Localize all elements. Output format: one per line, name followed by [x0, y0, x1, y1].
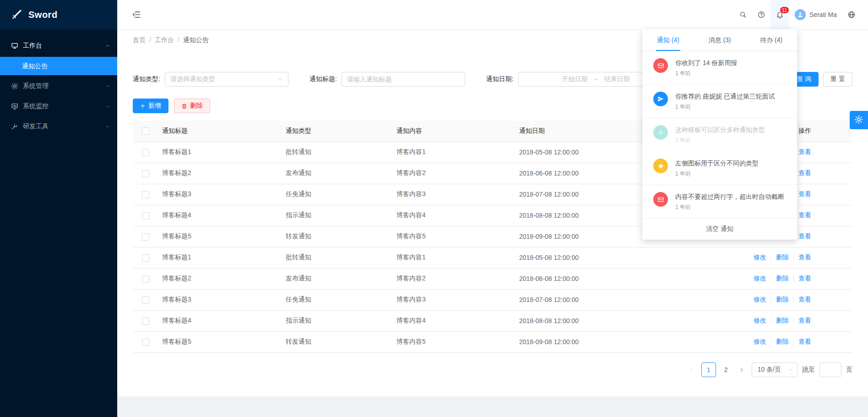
prev-page-icon[interactable]	[686, 362, 697, 377]
delete-link[interactable]: 删除	[776, 317, 789, 324]
cell-type: 任免通知	[282, 184, 393, 205]
notification-item[interactable]: 左侧图标用于区分不同的类型 1 年前	[642, 152, 797, 185]
sidebar-item-system-management[interactable]: 系统管理	[0, 77, 117, 95]
notification-item[interactable]: 你收到了 14 份新周报 1 年前	[642, 51, 797, 85]
sidebar-item-dev-tools[interactable]: 研发工具	[0, 117, 117, 136]
row-checkbox[interactable]	[142, 233, 149, 241]
breadcrumb-home[interactable]: 首页	[133, 36, 146, 44]
desktop-icon	[11, 42, 18, 49]
jump-label: 跳至	[802, 366, 815, 374]
tab-message[interactable]: 消息 (3)	[694, 29, 746, 51]
menu-fold-icon[interactable]	[128, 6, 145, 23]
delete-link[interactable]: 删除	[776, 296, 789, 303]
cell-type: 转发通知	[282, 331, 393, 352]
cell-type: 批转通知	[282, 247, 393, 268]
theme-settings-button[interactable]	[850, 111, 868, 129]
cell-type: 转发通知	[282, 226, 393, 247]
edit-link[interactable]: 修改	[754, 338, 766, 345]
edit-link[interactable]: 修改	[754, 317, 766, 324]
table-row: 博客标题5 转发通知 博客内容5 2018-09-08 12:00:00 修改删…	[133, 331, 852, 352]
view-link[interactable]: 查看	[798, 169, 811, 176]
view-link[interactable]: 查看	[798, 232, 811, 240]
edit-link[interactable]: 修改	[754, 253, 766, 261]
jump-page-input[interactable]	[819, 362, 841, 377]
chevron-down-icon	[105, 104, 110, 109]
select-all-checkbox[interactable]	[142, 127, 149, 135]
row-checkbox[interactable]	[142, 318, 149, 325]
app-logo[interactable]: Sword	[0, 0, 117, 29]
col-title: 通知标题	[158, 121, 282, 142]
notice-type-select[interactable]: 请选择通知类型	[165, 72, 288, 87]
user-menu[interactable]: Serati Ma	[789, 0, 842, 29]
view-link[interactable]: 查看	[798, 148, 811, 155]
notice-title-field	[342, 72, 465, 87]
search-icon[interactable]	[734, 0, 752, 29]
tab-notice[interactable]: 通知 (4)	[642, 29, 694, 51]
row-checkbox[interactable]	[142, 275, 149, 283]
page-number-1[interactable]: 1	[701, 362, 716, 377]
view-link[interactable]: 查看	[798, 190, 811, 198]
delete-link[interactable]: 删除	[776, 338, 789, 345]
notification-item[interactable]: 内容不要超过两行字，超出时自动截断 1 年前	[642, 185, 797, 219]
view-link[interactable]: 查看	[798, 296, 811, 303]
reset-button[interactable]: 重 置	[823, 72, 852, 87]
cell-content: 博客内容2	[393, 268, 515, 289]
cell-type: 任免通知	[282, 289, 393, 310]
cell-content: 博客内容2	[393, 163, 515, 184]
delete-link[interactable]: 删除	[776, 253, 789, 261]
view-link[interactable]: 查看	[798, 338, 811, 345]
view-link[interactable]: 查看	[798, 211, 811, 219]
next-page-icon[interactable]	[736, 362, 747, 377]
cell-content: 博客内容4	[393, 310, 515, 331]
view-link[interactable]: 查看	[798, 317, 811, 324]
sidebar-item-label: 研发工具	[23, 122, 49, 131]
globe-icon[interactable]	[842, 0, 861, 29]
edit-link[interactable]: 修改	[754, 296, 766, 303]
page-size-select[interactable]: 10 条/页	[752, 362, 797, 377]
view-link[interactable]: 查看	[798, 274, 811, 282]
row-checkbox[interactable]	[142, 212, 149, 219]
row-checkbox[interactable]	[142, 339, 149, 346]
notification-item[interactable]: 这种模板可以区分多种通知类型 1 年前	[642, 118, 797, 152]
cell-type: 指示通知	[282, 205, 393, 226]
row-checkbox[interactable]	[142, 170, 149, 177]
breadcrumb-separator: /	[149, 36, 151, 44]
tab-todo[interactable]: 待办 (4)	[745, 29, 797, 51]
cell-date: 2018-05-08 12:00:00	[515, 142, 639, 163]
view-link[interactable]: 查看	[798, 253, 811, 261]
notifications-bell[interactable]: 11	[770, 0, 789, 29]
notice-title-input[interactable]	[347, 76, 460, 83]
row-checkbox[interactable]	[142, 254, 149, 262]
clear-notifications-button[interactable]: 清空 通知	[642, 219, 797, 240]
breadcrumb-workbench[interactable]: 工作台	[155, 36, 174, 44]
page-number-2[interactable]: 2	[721, 362, 732, 377]
sidebar-menu: 工作台 通知公告 系统管理 系统监控	[0, 37, 117, 136]
help-icon[interactable]	[752, 0, 770, 29]
notification-dropdown: 通知 (4) 消息 (3) 待办 (4) 你收到了 14 份新周报 1 年前 你…	[642, 29, 797, 240]
cell-content: 博客内容4	[393, 205, 515, 226]
row-checkbox[interactable]	[142, 191, 149, 198]
breadcrumb-current: 通知公告	[183, 36, 209, 44]
sidebar-item-workbench[interactable]: 工作台	[0, 37, 117, 55]
notification-item[interactable]: 你推荐的 曲妮妮 已通过第三轮面试 1 年前	[642, 85, 797, 118]
delete-button-label: 删除	[190, 102, 203, 110]
sidebar-item-label: 系统管理	[23, 82, 49, 90]
monitor-icon	[11, 103, 18, 110]
delete-link[interactable]: 删除	[776, 274, 789, 282]
delete-button[interactable]: 删除	[174, 99, 210, 113]
cell-date: 2018-08-08 12:00:00	[515, 205, 639, 226]
row-checkbox[interactable]	[142, 149, 149, 156]
add-button-label: 新增	[148, 102, 161, 110]
select-placeholder: 请选择通知类型	[170, 75, 215, 83]
cell-content: 博客内容5	[393, 226, 515, 247]
sidebar-item-notice[interactable]: 通知公告	[0, 57, 117, 75]
filter-buttons: 查 询 重 置	[789, 72, 852, 87]
edit-link[interactable]: 修改	[754, 274, 766, 282]
chevron-up-icon	[105, 44, 110, 48]
plus-icon	[140, 103, 146, 109]
add-button[interactable]: 新增	[133, 99, 168, 113]
row-checkbox[interactable]	[142, 296, 149, 304]
gear-icon	[854, 115, 863, 126]
sidebar-item-system-monitor[interactable]: 系统监控	[0, 97, 117, 115]
user-name: Serati Ma	[809, 11, 837, 18]
